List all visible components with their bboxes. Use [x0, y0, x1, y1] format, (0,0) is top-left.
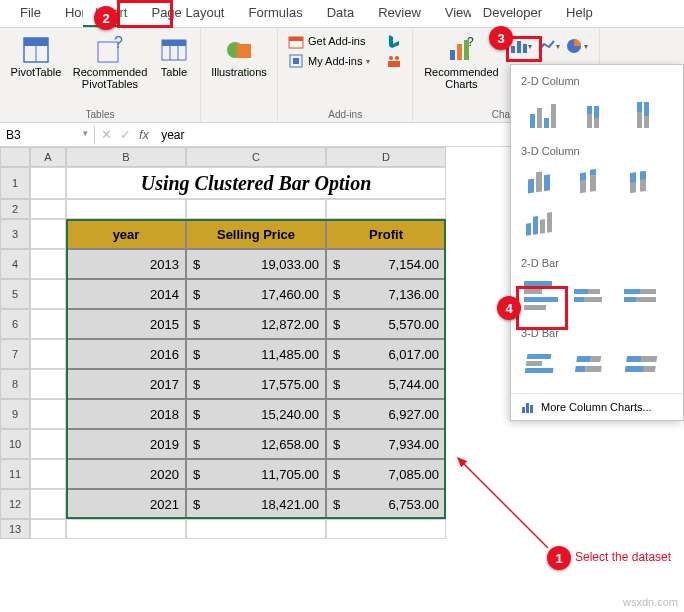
row-header[interactable]: 8: [0, 369, 30, 399]
tab-view[interactable]: View: [433, 0, 471, 27]
row-header[interactable]: 7: [0, 339, 30, 369]
cell-profit[interactable]: $7,136.00: [326, 279, 446, 309]
cell[interactable]: [186, 519, 326, 539]
select-all-corner[interactable]: [0, 147, 30, 167]
line-chart-button[interactable]: ▾: [537, 36, 561, 56]
row-header[interactable]: 11: [0, 459, 30, 489]
row-header[interactable]: 13: [0, 519, 30, 539]
cell-profit[interactable]: $6,017.00: [326, 339, 446, 369]
tab-home[interactable]: Home: [53, 0, 83, 27]
fx-icon[interactable]: fx: [139, 127, 149, 142]
col-header-d[interactable]: D: [326, 147, 446, 167]
cell[interactable]: [30, 489, 66, 519]
3d-clustered-bar-thumb[interactable]: [521, 347, 565, 383]
cell-price[interactable]: $15,240.00: [186, 399, 326, 429]
more-column-charts-link[interactable]: More Column Charts...: [511, 393, 683, 420]
cell-price[interactable]: $17,575.00: [186, 369, 326, 399]
cell-year[interactable]: 2021: [66, 489, 186, 519]
cell-profit[interactable]: $7,154.00: [326, 249, 446, 279]
cell[interactable]: [30, 249, 66, 279]
cell-profit[interactable]: $7,934.00: [326, 429, 446, 459]
cell-profit[interactable]: $5,570.00: [326, 309, 446, 339]
header-profit[interactable]: Profit: [326, 219, 446, 249]
cell-price[interactable]: $11,485.00: [186, 339, 326, 369]
cell-year[interactable]: 2018: [66, 399, 186, 429]
col-header-b[interactable]: B: [66, 147, 186, 167]
cell[interactable]: [30, 369, 66, 399]
cell-profit[interactable]: $6,927.00: [326, 399, 446, 429]
pie-chart-button[interactable]: ▾: [565, 36, 589, 56]
cell-price[interactable]: $19,033.00: [186, 249, 326, 279]
stacked-bar-thumb[interactable]: [571, 277, 615, 313]
tab-developer[interactable]: Developer: [471, 0, 554, 27]
cell[interactable]: [326, 199, 446, 219]
cell[interactable]: [30, 279, 66, 309]
3d-100-stacked-bar-thumb[interactable]: [621, 347, 665, 383]
header-year[interactable]: year: [66, 219, 186, 249]
title-cell[interactable]: Using Clustered Bar Option: [66, 167, 446, 199]
row-header[interactable]: 3: [0, 219, 30, 249]
row-header[interactable]: 4: [0, 249, 30, 279]
name-box[interactable]: B3▾: [0, 126, 95, 144]
cell-profit[interactable]: $7,085.00: [326, 459, 446, 489]
tab-formulas[interactable]: Formulas: [236, 0, 314, 27]
cell-year[interactable]: 2017: [66, 369, 186, 399]
recommended-pivot-button[interactable]: ? Recommended PivotTables: [68, 32, 152, 92]
cell[interactable]: [326, 519, 446, 539]
bing-maps-button[interactable]: [382, 32, 406, 50]
clustered-column-thumb[interactable]: [521, 95, 565, 131]
tab-data[interactable]: Data: [315, 0, 366, 27]
row-header[interactable]: 1: [0, 167, 30, 199]
cell-profit[interactable]: $5,744.00: [326, 369, 446, 399]
100-stacked-column-thumb[interactable]: [621, 95, 665, 131]
cell-year[interactable]: 2014: [66, 279, 186, 309]
confirm-icon[interactable]: ✓: [120, 127, 131, 142]
3d-stacked-bar-thumb[interactable]: [571, 347, 615, 383]
cell-price[interactable]: $12,872.00: [186, 309, 326, 339]
row-header[interactable]: 12: [0, 489, 30, 519]
tab-pagelayout[interactable]: Page Layout: [139, 0, 236, 27]
row-header[interactable]: 5: [0, 279, 30, 309]
cell[interactable]: [30, 309, 66, 339]
cell[interactable]: [30, 339, 66, 369]
my-addins-button[interactable]: My Add-ins▾: [284, 52, 374, 70]
100-stacked-bar-thumb[interactable]: [621, 277, 665, 313]
illustrations-button[interactable]: Illustrations: [207, 32, 271, 80]
col-header-c[interactable]: C: [186, 147, 326, 167]
cell-price[interactable]: $17,460.00: [186, 279, 326, 309]
cancel-icon[interactable]: ✕: [101, 127, 112, 142]
cell-year[interactable]: 2019: [66, 429, 186, 459]
people-graph-button[interactable]: [382, 52, 406, 70]
cell[interactable]: [66, 199, 186, 219]
3d-stacked-column-thumb[interactable]: [571, 165, 615, 201]
3d-column-thumb[interactable]: [521, 207, 565, 243]
tab-help[interactable]: Help: [554, 0, 605, 27]
column-chart-button[interactable]: ▾: [509, 36, 533, 56]
cell-price[interactable]: $11,705.00: [186, 459, 326, 489]
cell[interactable]: [30, 219, 66, 249]
row-header[interactable]: 2: [0, 199, 30, 219]
col-header-a[interactable]: A: [30, 147, 66, 167]
cell-profit[interactable]: $6,753.00: [326, 489, 446, 519]
cell-price[interactable]: $12,658.00: [186, 429, 326, 459]
3d-100-stacked-thumb[interactable]: [621, 165, 665, 201]
cell-year[interactable]: 2013: [66, 249, 186, 279]
pivottable-button[interactable]: PivotTable: [6, 32, 66, 80]
cell[interactable]: [30, 459, 66, 489]
table-button[interactable]: Table: [154, 32, 194, 80]
cell-year[interactable]: 2020: [66, 459, 186, 489]
row-header[interactable]: 9: [0, 399, 30, 429]
cell[interactable]: [30, 199, 66, 219]
stacked-column-thumb[interactable]: [571, 95, 615, 131]
cell[interactable]: [30, 429, 66, 459]
tab-file[interactable]: File: [8, 0, 53, 27]
cell[interactable]: [30, 519, 66, 539]
header-price[interactable]: Selling Price: [186, 219, 326, 249]
tab-review[interactable]: Review: [366, 0, 433, 27]
cell[interactable]: [30, 399, 66, 429]
3d-clustered-column-thumb[interactable]: [521, 165, 565, 201]
cell-year[interactable]: 2015: [66, 309, 186, 339]
cell[interactable]: [30, 167, 66, 199]
row-header[interactable]: 10: [0, 429, 30, 459]
cell[interactable]: [186, 199, 326, 219]
